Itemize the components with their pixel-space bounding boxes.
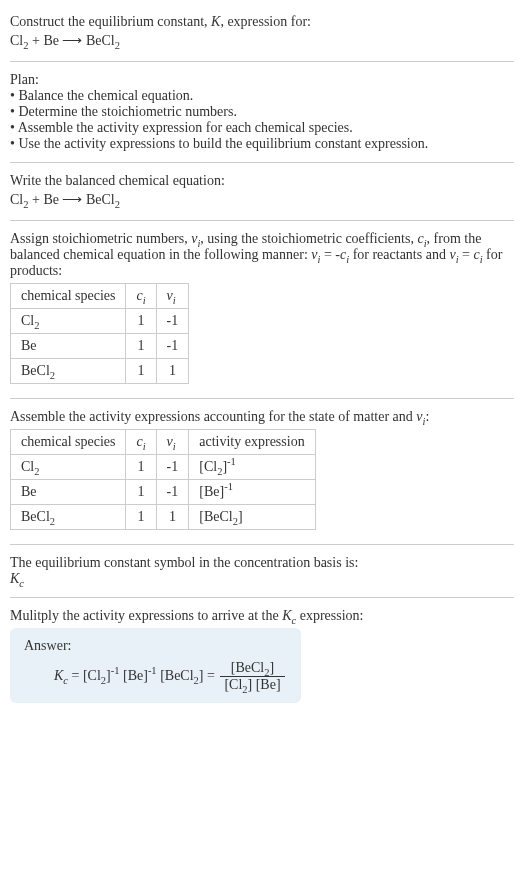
table-row: BeCl2 1 1 <box>11 359 189 384</box>
table-cell: Cl2 <box>11 309 126 334</box>
table-header-row: chemical species ci νi activity expressi… <box>11 430 316 455</box>
intro-text-1: Construct the equilibrium constant, K, e… <box>10 14 311 29</box>
stoich-text: Assign stoichiometric numbers, νi, using… <box>10 231 514 279</box>
divider <box>10 220 514 221</box>
table-cell: 1 <box>126 309 156 334</box>
table-header: ci <box>126 284 156 309</box>
balanced-title: Write the balanced chemical equation: <box>10 173 514 189</box>
table-cell: Be <box>11 334 126 359</box>
symbol-value: Kc <box>10 571 514 587</box>
table-cell: [Be]-1 <box>189 480 315 505</box>
answer-label: Answer: <box>24 638 287 654</box>
answer-box: Answer: Kc = [Cl2]-1 [Be]-1 [BeCl2] = [B… <box>10 628 301 703</box>
table-row: Be 1 -1 <box>11 334 189 359</box>
plan-item: • Determine the stoichiometric numbers. <box>10 104 514 120</box>
activity-section: Assemble the activity expressions accoun… <box>10 403 514 540</box>
table-cell: 1 <box>156 505 189 530</box>
divider <box>10 162 514 163</box>
table-cell: [Cl2]-1 <box>189 455 315 480</box>
symbol-title: The equilibrium constant symbol in the c… <box>10 555 514 571</box>
table-cell: 1 <box>126 359 156 384</box>
table-row: Be 1 -1 [Be]-1 <box>11 480 316 505</box>
intro-section: Construct the equilibrium constant, K, e… <box>10 8 514 57</box>
table-cell: [BeCl2] <box>189 505 315 530</box>
table-row: Cl2 1 -1 <box>11 309 189 334</box>
answer-expression: Kc = [Cl2]-1 [Be]-1 [BeCl2] = [BeCl2] [C… <box>24 660 287 693</box>
table-cell: 1 <box>126 480 156 505</box>
activity-table: chemical species ci νi activity expressi… <box>10 429 316 530</box>
table-header: νi <box>156 284 189 309</box>
divider <box>10 544 514 545</box>
plan-section: Plan: • Balance the chemical equation. •… <box>10 66 514 158</box>
table-cell: BeCl2 <box>11 505 126 530</box>
table-cell: Be <box>11 480 126 505</box>
table-header: chemical species <box>11 430 126 455</box>
divider <box>10 398 514 399</box>
table-header: activity expression <box>189 430 315 455</box>
table-cell: -1 <box>156 334 189 359</box>
table-cell: Cl2 <box>11 455 126 480</box>
activity-title: Assemble the activity expressions accoun… <box>10 409 514 425</box>
table-cell: 1 <box>126 455 156 480</box>
table-cell: 1 <box>126 505 156 530</box>
divider <box>10 597 514 598</box>
table-cell: 1 <box>126 334 156 359</box>
balanced-section: Write the balanced chemical equation: Cl… <box>10 167 514 216</box>
table-cell: -1 <box>156 480 189 505</box>
intro-equation: Cl2 + Be ⟶ BeCl2 <box>10 30 514 51</box>
table-cell: -1 <box>156 455 189 480</box>
divider <box>10 61 514 62</box>
table-header: chemical species <box>11 284 126 309</box>
table-cell: -1 <box>156 309 189 334</box>
table-cell: 1 <box>156 359 189 384</box>
table-header: ci <box>126 430 156 455</box>
plan-title: Plan: <box>10 72 514 88</box>
stoich-table: chemical species ci νi Cl2 1 -1 Be 1 -1 … <box>10 283 189 384</box>
symbol-section: The equilibrium constant symbol in the c… <box>10 549 514 593</box>
stoich-section: Assign stoichiometric numbers, νi, using… <box>10 225 514 394</box>
table-row: Cl2 1 -1 [Cl2]-1 <box>11 455 316 480</box>
multiply-title: Mulitply the activity expressions to arr… <box>10 608 514 624</box>
table-row: BeCl2 1 1 [BeCl2] <box>11 505 316 530</box>
table-header-row: chemical species ci νi <box>11 284 189 309</box>
plan-item: • Use the activity expressions to build … <box>10 136 514 152</box>
table-cell: BeCl2 <box>11 359 126 384</box>
multiply-section: Mulitply the activity expressions to arr… <box>10 602 514 709</box>
plan-item: • Assemble the activity expression for e… <box>10 120 514 136</box>
plan-item: • Balance the chemical equation. <box>10 88 514 104</box>
balanced-equation: Cl2 + Be ⟶ BeCl2 <box>10 189 514 210</box>
table-header: νi <box>156 430 189 455</box>
